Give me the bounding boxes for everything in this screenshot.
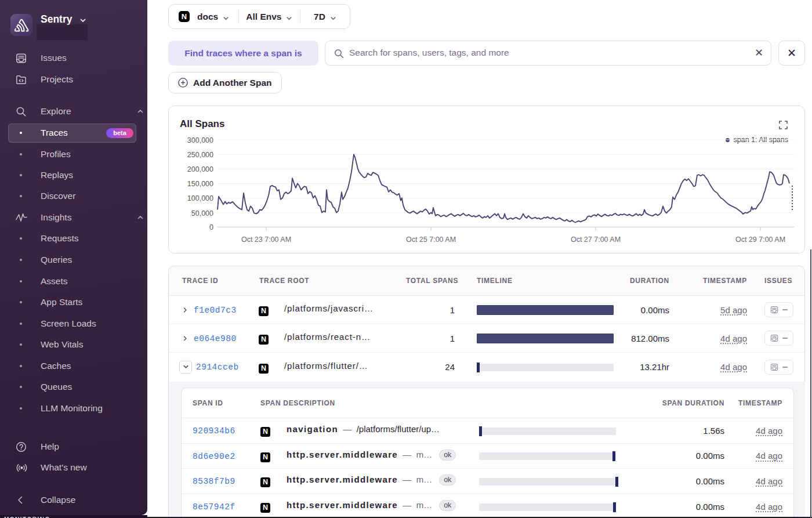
svg-text:50,000: 50,000 xyxy=(191,209,213,218)
svg-text:0: 0 xyxy=(209,223,213,231)
svg-text:100,000: 100,000 xyxy=(187,194,213,202)
svg-text:Oct 27 7:00 AM: Oct 27 7:00 AM xyxy=(571,236,621,244)
svg-text:200,000: 200,000 xyxy=(187,165,213,173)
svg-text:Oct 25 7:00 AM: Oct 25 7:00 AM xyxy=(406,236,456,244)
svg-text:Oct 29 7:00 AM: Oct 29 7:00 AM xyxy=(735,236,785,244)
svg-text:250,000: 250,000 xyxy=(187,151,213,159)
svg-text:150,000: 150,000 xyxy=(187,180,213,188)
svg-text:Oct 23 7:00 AM: Oct 23 7:00 AM xyxy=(241,236,291,244)
svg-text:300,000: 300,000 xyxy=(187,136,213,144)
